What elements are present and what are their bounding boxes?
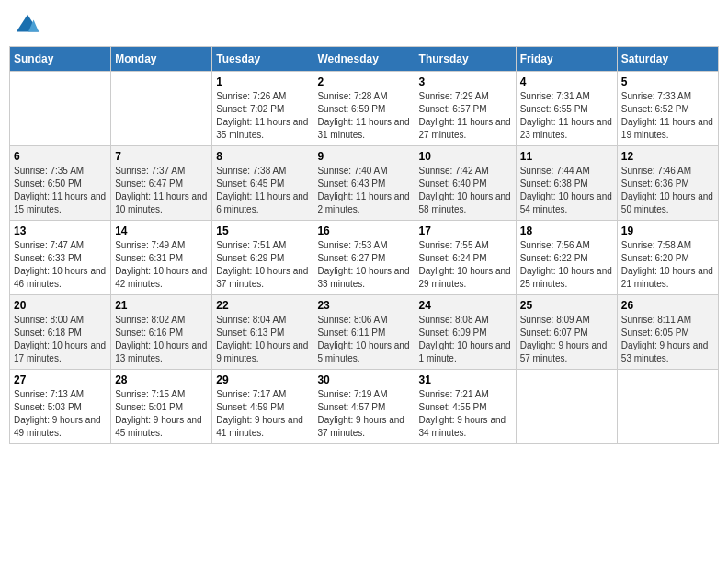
day-info: Sunrise: 8:02 AMSunset: 6:16 PMDaylight:…	[115, 314, 208, 365]
day-header-wednesday: Wednesday	[313, 47, 415, 72]
calendar-cell: 14Sunrise: 7:49 AMSunset: 6:31 PMDayligh…	[111, 221, 212, 295]
day-number: 4	[520, 75, 613, 88]
calendar-cell: 29Sunrise: 7:17 AMSunset: 4:59 PMDayligh…	[212, 370, 313, 444]
calendar-week-5: 27Sunrise: 7:13 AMSunset: 5:03 PMDayligh…	[10, 370, 719, 444]
day-info: Sunrise: 7:51 AMSunset: 6:29 PMDaylight:…	[216, 239, 309, 291]
calendar-cell	[10, 72, 111, 146]
day-info: Sunrise: 7:35 AMSunset: 6:50 PMDaylight:…	[14, 165, 107, 216]
day-header-thursday: Thursday	[415, 47, 516, 72]
day-number: 14	[115, 224, 208, 237]
day-info: Sunrise: 7:15 AMSunset: 5:01 PMDaylight:…	[115, 388, 208, 440]
calendar-cell: 7Sunrise: 7:37 AMSunset: 6:47 PMDaylight…	[111, 146, 212, 221]
logo	[13, 13, 40, 39]
day-info: Sunrise: 7:40 AMSunset: 6:43 PMDaylight:…	[317, 165, 410, 216]
calendar-cell: 16Sunrise: 7:53 AMSunset: 6:27 PMDayligh…	[313, 221, 415, 295]
calendar-cell: 28Sunrise: 7:15 AMSunset: 5:01 PMDayligh…	[111, 370, 212, 444]
day-info: Sunrise: 7:49 AMSunset: 6:31 PMDaylight:…	[115, 239, 208, 291]
day-number: 17	[419, 224, 512, 237]
calendar-table: SundayMondayTuesdayWednesdayThursdayFrid…	[9, 46, 719, 444]
calendar-week-4: 20Sunrise: 8:00 AMSunset: 6:18 PMDayligh…	[10, 295, 719, 370]
calendar-cell: 27Sunrise: 7:13 AMSunset: 5:03 PMDayligh…	[10, 370, 111, 444]
day-info: Sunrise: 7:47 AMSunset: 6:33 PMDaylight:…	[14, 239, 107, 291]
calendar-cell: 5Sunrise: 7:33 AMSunset: 6:52 PMDaylight…	[617, 72, 718, 146]
calendar-cell: 6Sunrise: 7:35 AMSunset: 6:50 PMDaylight…	[10, 146, 111, 221]
day-info: Sunrise: 7:33 AMSunset: 6:52 PMDaylight:…	[621, 90, 714, 142]
day-info: Sunrise: 7:44 AMSunset: 6:38 PMDaylight:…	[520, 165, 613, 216]
header-row: SundayMondayTuesdayWednesdayThursdayFrid…	[10, 47, 719, 72]
day-number: 2	[317, 75, 410, 88]
day-number: 27	[14, 373, 107, 386]
day-header-tuesday: Tuesday	[212, 47, 313, 72]
day-number: 22	[216, 299, 309, 312]
day-number: 1	[216, 75, 309, 88]
day-header-saturday: Saturday	[617, 47, 718, 72]
day-number: 6	[14, 150, 107, 163]
day-number: 25	[520, 299, 613, 312]
day-info: Sunrise: 7:42 AMSunset: 6:40 PMDaylight:…	[419, 165, 512, 216]
day-info: Sunrise: 8:04 AMSunset: 6:13 PMDaylight:…	[216, 314, 309, 365]
calendar-cell: 23Sunrise: 8:06 AMSunset: 6:11 PMDayligh…	[313, 295, 415, 370]
calendar-cell: 1Sunrise: 7:26 AMSunset: 7:02 PMDaylight…	[212, 72, 313, 146]
calendar-cell: 12Sunrise: 7:46 AMSunset: 6:36 PMDayligh…	[617, 146, 718, 221]
calendar-cell: 9Sunrise: 7:40 AMSunset: 6:43 PMDaylight…	[313, 146, 415, 221]
day-number: 3	[419, 75, 512, 88]
logo-icon	[15, 13, 40, 39]
day-number: 18	[520, 224, 613, 237]
calendar-cell: 8Sunrise: 7:38 AMSunset: 6:45 PMDaylight…	[212, 146, 313, 221]
calendar-cell	[111, 72, 212, 146]
day-number: 16	[317, 224, 410, 237]
day-info: Sunrise: 8:08 AMSunset: 6:09 PMDaylight:…	[419, 314, 512, 365]
calendar-week-1: 1Sunrise: 7:26 AMSunset: 7:02 PMDaylight…	[10, 72, 719, 146]
calendar-cell: 19Sunrise: 7:58 AMSunset: 6:20 PMDayligh…	[617, 221, 718, 295]
day-info: Sunrise: 7:56 AMSunset: 6:22 PMDaylight:…	[520, 239, 613, 291]
calendar-cell: 2Sunrise: 7:28 AMSunset: 6:59 PMDaylight…	[313, 72, 415, 146]
day-info: Sunrise: 7:17 AMSunset: 4:59 PMDaylight:…	[216, 388, 309, 440]
day-number: 21	[115, 299, 208, 312]
day-info: Sunrise: 8:11 AMSunset: 6:05 PMDaylight:…	[621, 314, 714, 365]
calendar-cell: 10Sunrise: 7:42 AMSunset: 6:40 PMDayligh…	[415, 146, 516, 221]
day-number: 28	[115, 373, 208, 386]
day-number: 7	[115, 150, 208, 163]
calendar-week-3: 13Sunrise: 7:47 AMSunset: 6:33 PMDayligh…	[10, 221, 719, 295]
day-number: 31	[419, 373, 512, 386]
calendar-cell: 15Sunrise: 7:51 AMSunset: 6:29 PMDayligh…	[212, 221, 313, 295]
calendar-cell: 20Sunrise: 8:00 AMSunset: 6:18 PMDayligh…	[10, 295, 111, 370]
day-info: Sunrise: 7:28 AMSunset: 6:59 PMDaylight:…	[317, 90, 410, 142]
day-number: 29	[216, 373, 309, 386]
calendar-cell: 25Sunrise: 8:09 AMSunset: 6:07 PMDayligh…	[516, 295, 617, 370]
day-info: Sunrise: 7:37 AMSunset: 6:47 PMDaylight:…	[115, 165, 208, 216]
day-number: 10	[419, 150, 512, 163]
calendar-cell: 3Sunrise: 7:29 AMSunset: 6:57 PMDaylight…	[415, 72, 516, 146]
day-info: Sunrise: 8:06 AMSunset: 6:11 PMDaylight:…	[317, 314, 410, 365]
day-number: 15	[216, 224, 309, 237]
day-number: 19	[621, 224, 714, 237]
day-info: Sunrise: 7:29 AMSunset: 6:57 PMDaylight:…	[419, 90, 512, 142]
day-info: Sunrise: 8:09 AMSunset: 6:07 PMDaylight:…	[520, 314, 613, 365]
day-number: 9	[317, 150, 410, 163]
calendar-cell: 17Sunrise: 7:55 AMSunset: 6:24 PMDayligh…	[415, 221, 516, 295]
day-number: 11	[520, 150, 613, 163]
calendar-cell: 13Sunrise: 7:47 AMSunset: 6:33 PMDayligh…	[10, 221, 111, 295]
day-header-monday: Monday	[111, 47, 212, 72]
day-info: Sunrise: 8:00 AMSunset: 6:18 PMDaylight:…	[14, 314, 107, 365]
calendar-cell: 26Sunrise: 8:11 AMSunset: 6:05 PMDayligh…	[617, 295, 718, 370]
calendar-cell: 11Sunrise: 7:44 AMSunset: 6:38 PMDayligh…	[516, 146, 617, 221]
day-info: Sunrise: 7:53 AMSunset: 6:27 PMDaylight:…	[317, 239, 410, 291]
day-info: Sunrise: 7:58 AMSunset: 6:20 PMDaylight:…	[621, 239, 714, 291]
day-number: 5	[621, 75, 714, 88]
day-number: 20	[14, 299, 107, 312]
day-header-friday: Friday	[516, 47, 617, 72]
day-info: Sunrise: 7:19 AMSunset: 4:57 PMDaylight:…	[317, 388, 410, 440]
day-info: Sunrise: 7:26 AMSunset: 7:02 PMDaylight:…	[216, 90, 309, 142]
calendar-cell: 31Sunrise: 7:21 AMSunset: 4:55 PMDayligh…	[415, 370, 516, 444]
day-number: 23	[317, 299, 410, 312]
day-number: 30	[317, 373, 410, 386]
day-info: Sunrise: 7:21 AMSunset: 4:55 PMDaylight:…	[419, 388, 512, 440]
calendar-cell: 30Sunrise: 7:19 AMSunset: 4:57 PMDayligh…	[313, 370, 415, 444]
calendar-week-2: 6Sunrise: 7:35 AMSunset: 6:50 PMDaylight…	[10, 146, 719, 221]
day-info: Sunrise: 7:55 AMSunset: 6:24 PMDaylight:…	[419, 239, 512, 291]
page-header	[9, 9, 719, 39]
day-info: Sunrise: 7:46 AMSunset: 6:36 PMDaylight:…	[621, 165, 714, 216]
calendar-cell	[516, 370, 617, 444]
day-info: Sunrise: 7:31 AMSunset: 6:55 PMDaylight:…	[520, 90, 613, 142]
